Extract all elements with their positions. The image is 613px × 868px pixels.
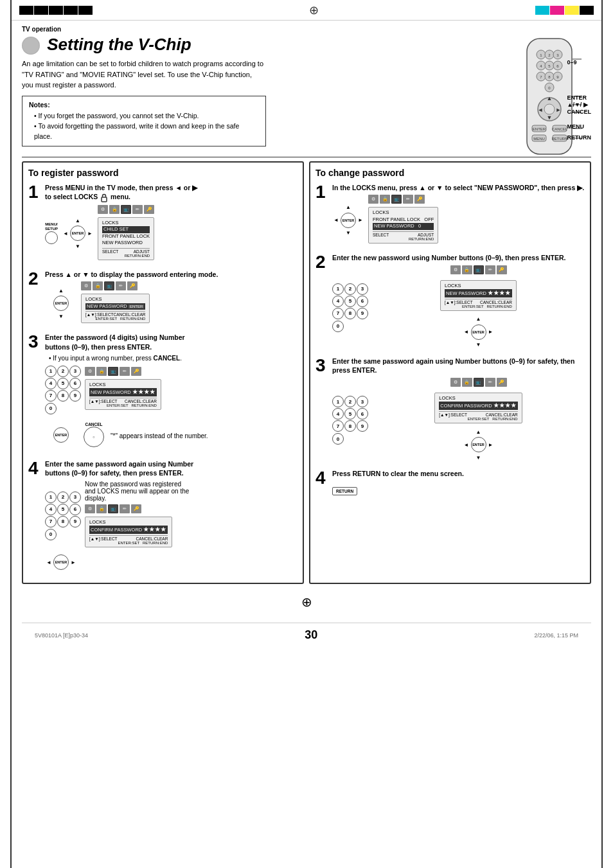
icon2: 🔒 [109, 205, 120, 214]
note-1: If you forget the password, you cannot s… [29, 111, 259, 121]
numpad-4: 1 2 3 4 5 6 7 8 9 [45, 492, 81, 527]
icon1-3: ⚙ [85, 367, 95, 376]
change-step2-text: Enter the new password using Number butt… [332, 253, 585, 263]
screen-bottom-c3: [▲▼]:SELECT CANCEL:CLEAR [439, 411, 517, 417]
register-step4-illustration: 1 2 3 4 5 6 7 8 9 0 [45, 481, 298, 549]
key-0: 0 [45, 403, 57, 414]
nav-enter-c3: ▲ ◄ ENTER ► ▼ [463, 428, 495, 461]
up-arrow: ▲ [74, 217, 82, 224]
icon4-c2: ✏ [485, 265, 495, 274]
cancel-label: CANCEL [85, 422, 102, 427]
svg-text:CANCEL: CANCEL [552, 127, 568, 131]
icon3-c2: 📺 [474, 265, 484, 274]
screen-new-pw-c2: NEW PASSWORD ★★★★ [445, 289, 512, 297]
nav-enter-c2: ▲ ◄ ENTER ► ▼ [463, 315, 495, 349]
icon4-3: ✏ [120, 367, 130, 376]
locks-icon [100, 193, 109, 202]
two-columns: To register password 1 Press MENU in the… [22, 161, 591, 584]
icon4-4: ✏ [120, 504, 130, 513]
return-btn-wrapper: RETURN [332, 484, 585, 495]
menu-icons-bar-2: ⚙ 🔒 📺 ✏ 🔑 [81, 281, 298, 290]
key-2: 2 [57, 366, 69, 377]
numpad-wrapper-c3: 1 2 3 4 5 6 7 8 9 0 [332, 394, 368, 445]
screen-locks-2: LOCKS [85, 296, 145, 303]
register-step1-text: Press MENU in the TV mode, then press ◄ … [45, 183, 298, 202]
right-arrow: ► [86, 229, 94, 237]
key-2-4: 2 [57, 492, 69, 503]
cancel-remote: CANCEL ○ [84, 422, 104, 447]
numpad-wrapper-4: 1 2 3 4 5 6 7 8 9 0 [45, 490, 81, 540]
icon3-4: 📺 [108, 504, 118, 513]
color-swatch-magenta [550, 6, 564, 15]
register-step1-content: Press MENU in the TV mode, then press ◄ … [45, 183, 298, 262]
color-swatch-black6 [580, 6, 594, 15]
register-step3-illustration: 1 2 3 4 5 6 7 8 9 0 [45, 364, 298, 414]
up-arrow-3 [57, 418, 65, 426]
screen-locks-3: LOCKS [89, 382, 157, 389]
key-1: 1 [45, 366, 57, 377]
change-step1-content: In the LOCKS menu, press ▲ or ▼ to selec… [332, 183, 585, 245]
icon4-c3: ✏ [485, 378, 495, 387]
key-8-c3: 8 [344, 420, 356, 432]
registration-mark-center: ⊕ [309, 3, 319, 17]
svg-text:◄: ◄ [538, 107, 544, 113]
change-step3-number: 3 [315, 357, 328, 375]
icon1-c2: ⚙ [450, 265, 461, 274]
register-step4-right: Now the password was registered and LOCK… [85, 481, 298, 549]
icon1-2: ⚙ [81, 281, 91, 290]
screen-mockup-1: LOCKS CHILD SET FRONT PANEL LOCK NEW PAS… [98, 217, 154, 260]
screen-locks-c1: LOCKS [373, 209, 434, 217]
register-step-3: 3 Enter the password (4 digits) using Nu… [28, 333, 298, 451]
change-step1-text: In the LOCKS menu, press ▲ or ▼ to selec… [332, 183, 585, 193]
title-section: Setting the V-Chip An age limitation can… [22, 35, 591, 152]
screen-new-password: NEW PASSWORD [102, 240, 150, 247]
icon3-c3: 📺 [474, 378, 484, 387]
key-2-c2: 2 [344, 283, 356, 295]
key-8-c2: 8 [344, 308, 356, 319]
nav-remote-2: ▲ ENTER ▼ [45, 287, 77, 320]
register-step2-illustration: ▲ ENTER ▼ ⚙ [45, 281, 298, 325]
nav-enter-4: ◄ ENTER ► [45, 553, 77, 570]
register-step4-text: Enter the same password again using Numb… [45, 459, 298, 478]
key-1-c3: 1 [332, 396, 344, 407]
key-0-c2: 0 [332, 321, 344, 332]
register-header: To register password [28, 168, 298, 178]
icon5-c1: 🔑 [414, 195, 425, 204]
remote-labels: 0–9 ENTER ▲/▼/ ▶ CANCEL MENU RETURN [567, 42, 592, 141]
footer-code: 5V80101A [E]p30-34 [35, 632, 88, 639]
register-step1-number: 1 [28, 183, 41, 201]
remote-label-enter: ENTER [567, 95, 592, 101]
note-2: To avoid forgetting the password, write … [29, 121, 259, 142]
change-step2-illustration: 1 2 3 4 5 6 7 8 9 0 [332, 265, 585, 349]
numpad-wrapper-3: 1 2 3 4 5 6 7 8 9 0 [45, 364, 81, 414]
top-bar: ⊕ [0, 0, 613, 21]
screen-locks-c3: LOCKS [439, 395, 517, 402]
remote-label-return: RETURN [567, 135, 592, 141]
screen-mockup-3: LOCKS NEW PASSWORD ★★★★ [▲▼]:SELECT CANC… [85, 379, 161, 410]
change-step-4: 4 Press RETURN to clear the menu screen.… [315, 469, 585, 495]
key-4-c2: 4 [332, 296, 344, 307]
key-9-4: 9 [69, 516, 81, 527]
svg-text:▲: ▲ [547, 95, 553, 102]
icon2-c3: 🔒 [462, 378, 472, 387]
key-7-4: 7 [45, 516, 57, 527]
change-step1-illustration: ▲ ◄ ENTER ► ▼ ⚙ [332, 195, 585, 245]
description: An age limitation can be set to forbid c… [22, 58, 292, 91]
change-step2-right: ⚙ 🔒 📺 ✏ 🔑 LOCKS NEW PASSWORD ★★★★ [372, 265, 585, 349]
change-step1-screen: ⚙ 🔒 📺 ✏ 🔑 LOCKS FRONT PANEL LOCK OFF [368, 195, 585, 245]
icon5-c3: 🔑 [497, 378, 507, 387]
register-step2-screen: ⚙ 🔒 📺 ✏ 🔑 LOCKS NEW PASSWORD ENTER [81, 281, 298, 325]
title-icon [22, 37, 40, 55]
screen-locks-c2: LOCKS [445, 283, 512, 290]
icon5-3: 🔑 [131, 367, 141, 376]
tv-operation-label: TV operation [22, 21, 591, 35]
screen-new-password-c1: NEW PASSWORD 0 [373, 223, 434, 230]
change-step-2: 2 Enter the new password using Number bu… [315, 253, 585, 349]
change-step4-content: Press RETURN to clear the menu screen. R… [332, 469, 585, 495]
key-6-c2: 6 [357, 296, 368, 307]
nav-row-2: ENTER [45, 296, 77, 311]
color-bar-left [19, 6, 93, 15]
key-5-c3: 5 [344, 408, 356, 420]
screen-bottom-4: [▲▼]:SELECT CANCEL:CLEAR [89, 535, 168, 541]
svg-text:►: ► [556, 107, 562, 113]
